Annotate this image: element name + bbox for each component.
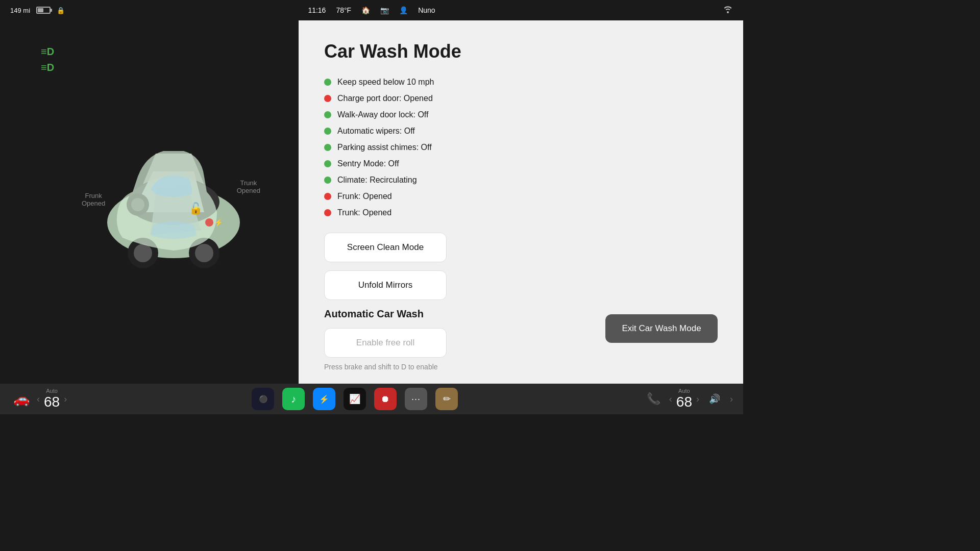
dock-left-auto-col: Auto 68: [44, 388, 60, 410]
unfold-mirrors-button[interactable]: Unfold Mirrors: [324, 270, 447, 300]
svg-text:⚡: ⚡: [214, 218, 224, 227]
dock-car-icon[interactable]: 🚗: [10, 388, 33, 410]
svg-point-5: [195, 244, 213, 262]
status-item-8: Trunk: Opened: [324, 208, 718, 217]
status-label-4: Parking assist chimes: Off: [337, 143, 432, 152]
headlight-icon-1: ≡D: [41, 46, 54, 58]
status-item-0: Keep speed below 10 mph: [324, 78, 718, 87]
status-dot-7: [324, 193, 331, 200]
dock-dashcam-icon[interactable]: ⏺: [374, 388, 397, 410]
car-illustration-area: ≡D ≡D 🔓 Trunk Opened: [38, 20, 299, 384]
status-item-3: Automatic wipers: Off: [324, 127, 718, 136]
temperature-display: 78°F: [336, 6, 351, 14]
status-list: Keep speed below 10 mphCharge port door:…: [324, 78, 718, 217]
dock-phone-icon[interactable]: 📞: [643, 388, 665, 410]
dock-bluetooth-icon[interactable]: ⚡: [313, 388, 335, 410]
trunk-status: Opened: [237, 187, 260, 194]
frunk-label: Frunk: [82, 192, 105, 199]
status-item-4: Parking assist chimes: Off: [324, 143, 718, 152]
status-label-6: Climate: Recirculating: [337, 176, 417, 185]
dock-stocks-icon[interactable]: 📈: [344, 388, 366, 410]
status-label-5: Sentry Mode: Off: [337, 159, 399, 168]
dock-camera-app-icon[interactable]: ⚫: [252, 388, 274, 410]
home-icon: 🏠: [361, 6, 370, 14]
lock-annotation-icon: 🔓: [189, 202, 203, 215]
status-item-2: Walk-Away door lock: Off: [324, 110, 718, 119]
status-dot-3: [324, 128, 331, 135]
time-display: 11:16: [308, 6, 326, 14]
status-label-3: Automatic wipers: Off: [337, 127, 415, 136]
screen-clean-mode-button[interactable]: Screen Clean Mode: [324, 233, 447, 262]
side-icons: ≡D ≡D: [41, 46, 54, 73]
frunk-status: Opened: [82, 199, 105, 207]
headlight-icon-2: ≡D: [41, 62, 54, 73]
car-svg-wrapper: 🔓 Trunk Opened: [71, 105, 265, 299]
status-label-1: Charge port door: Opened: [337, 94, 433, 103]
username-display: Nuno: [418, 6, 435, 14]
dock-center-apps: ⚫ ♪ ⚡ 📈 ⏺ ··· ✏: [252, 388, 458, 410]
status-dot-4: [324, 144, 331, 151]
trunk-annotation: Trunk Opened: [237, 179, 260, 194]
dock-right-auto-col: Auto 68: [676, 388, 692, 410]
status-label-8: Trunk: Opened: [337, 208, 391, 217]
dock-right-chevron-right[interactable]: ›: [696, 394, 699, 405]
svg-point-8: [205, 218, 213, 227]
dock-right-auto-label: Auto: [678, 388, 690, 394]
camera-icon: 📷: [380, 6, 389, 14]
status-bar: 149 mi 🔒 11:16 78°F 🏠 📷 👤 Nuno: [0, 0, 743, 20]
mileage-display: 149 mi: [10, 7, 30, 14]
dock-right-chevron-left[interactable]: ‹: [669, 394, 672, 405]
status-dot-0: [324, 79, 331, 86]
enable-free-roll-hint: Press brake and shift to D to enable: [324, 363, 718, 371]
dock-left-chevron-right[interactable]: ›: [64, 394, 67, 405]
status-label-0: Keep speed below 10 mph: [337, 78, 434, 87]
enable-free-roll-button[interactable]: Enable free roll: [324, 328, 447, 358]
status-item-6: Climate: Recirculating: [324, 176, 718, 185]
status-label-7: Frunk: Opened: [337, 192, 392, 201]
status-dot-6: [324, 177, 331, 184]
status-item-1: Charge port door: Opened: [324, 94, 718, 103]
exit-car-wash-mode-button[interactable]: Exit Car Wash Mode: [605, 314, 718, 343]
status-dot-5: [324, 160, 331, 167]
dock-right-group: 📞 ‹ Auto 68 › 🔊 ›: [643, 388, 733, 410]
status-bar-right: [723, 5, 733, 15]
status-dot-2: [324, 111, 331, 118]
status-label-2: Walk-Away door lock: Off: [337, 110, 428, 119]
status-item-5: Sentry Mode: Off: [324, 159, 718, 168]
right-panel: Car Wash Mode Keep speed below 10 mphCha…: [299, 20, 743, 384]
dock-left-chevron[interactable]: ‹: [37, 394, 40, 405]
battery-indicator: [36, 7, 51, 14]
dock-spotify-icon[interactable]: ♪: [282, 388, 305, 410]
trunk-label: Trunk: [237, 179, 260, 187]
dock-pencil-icon[interactable]: ✏: [435, 388, 458, 410]
dock-volume-icon[interactable]: 🔊: [703, 388, 726, 410]
dock-left-group: 🚗 ‹ Auto 68 ›: [10, 388, 67, 410]
dock-right-number: 68: [676, 394, 692, 410]
status-dot-8: [324, 209, 331, 216]
lock-icon: 🔒: [57, 7, 65, 14]
person-icon: 👤: [399, 6, 408, 14]
dock-left-auto-label: Auto: [46, 388, 58, 394]
status-item-7: Frunk: Opened: [324, 192, 718, 201]
frunk-annotation: Frunk Opened: [82, 192, 105, 207]
panel-title: Car Wash Mode: [324, 41, 718, 62]
wifi-icon: [723, 5, 733, 15]
status-bar-center: 11:16 78°F 🏠 📷 👤 Nuno: [308, 6, 435, 14]
bottom-dock: 🚗 ‹ Auto 68 › ⚫ ♪ ⚡ 📈 ⏺ ··· ✏ 📞 ‹ Auto 6…: [0, 384, 743, 414]
dock-volume-chevron[interactable]: ›: [730, 394, 733, 405]
svg-point-3: [134, 244, 152, 262]
status-bar-left: 149 mi 🔒: [10, 7, 65, 14]
status-dot-1: [324, 95, 331, 102]
dock-more-icon[interactable]: ···: [405, 388, 427, 410]
dock-left-number: 68: [44, 394, 60, 410]
